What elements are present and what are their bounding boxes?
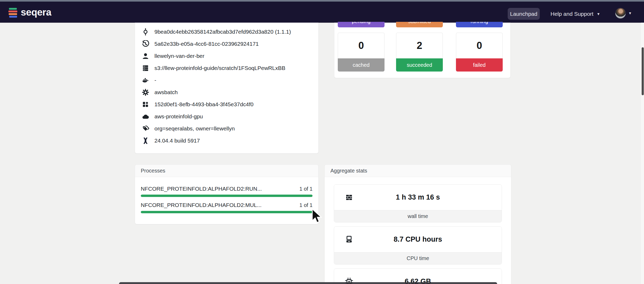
process-progress-bar [141, 195, 313, 197]
brand-name: seqera [21, 7, 51, 18]
processes-panel: Processes NFCORE_PROTEINFOLD:ALPHAFOLD2:… [135, 164, 319, 224]
process-progress-track [141, 211, 313, 213]
work-directory-value: s3://llew-proteinfold-guide/scratch/1FSo… [154, 65, 285, 71]
nextflow-icon [142, 137, 149, 144]
commit-id-value: 9bea0dc4ebb26358142afbcab3d7efd962d3a820… [154, 29, 291, 35]
launchpad-button[interactable]: Launchpad [508, 8, 540, 20]
process-name: NFCORE_PROTEINFOLD:ALPHAFOLD2:RUN... [141, 185, 262, 192]
failed-count: 0 [456, 33, 503, 58]
meta-row-commit: 9bea0dc4ebb26358142afbcab3d7efd962d3a820… [135, 26, 318, 38]
session-id-value: 5a62e33b-e05a-4cc6-81cc-023962924171 [154, 41, 259, 47]
meta-row-executor: awsbatch [135, 86, 318, 98]
process-count: 1 of 1 [299, 202, 313, 209]
labels-value: org=seqeralabs, owner=llewellyn [154, 125, 235, 132]
status-running-badge[interactable]: running [456, 22, 503, 27]
meta-row-session: 5a62e33b-e05a-4cc6-81cc-023962924171 [135, 38, 318, 50]
run-details-card: 9bea0dc4ebb26358142afbcab3d7efd962d3a820… [135, 23, 319, 154]
compute-env-id-value: 152d0ef1-8efb-4493-bba4-3f45e37dc4f0 [154, 101, 253, 108]
meta-row-compute-env-name: aws-proteinfold-gpu [135, 110, 318, 123]
wall-time-value: 1 h 33 m 16 s [396, 193, 440, 201]
memory-card: 6.62 GB [334, 268, 502, 284]
user-icon [142, 52, 149, 60]
cpu-time-value: 8.7 CPU hours [394, 235, 442, 244]
gear-icon [142, 89, 149, 96]
meta-row-container: - [135, 74, 318, 86]
chevron-down-icon: ▼ [596, 12, 600, 16]
task-status-panel: pending submitted running 0 cached 2 suc… [334, 23, 511, 78]
container-value: - [154, 77, 156, 83]
process-name: NFCORE_PROTEINFOLD:ALPHAFOLD2:MUL... [141, 202, 262, 209]
wall-icon [345, 193, 354, 202]
status-submitted-badge[interactable]: submitted [396, 22, 443, 27]
help-and-support-label: Help and Support [550, 11, 593, 17]
cached-count: 0 [338, 33, 385, 58]
nextflow-version-value: 24.04.4 build 5917 [154, 138, 200, 144]
meta-row-user: llewelyn-van-der-ber [135, 50, 318, 62]
process-progress-track [141, 195, 313, 197]
meta-row-workdir: s3://llew-proteinfold-guide/scratch/1FSo… [135, 62, 318, 74]
docker-icon [142, 77, 149, 84]
process-progress-bar [141, 211, 313, 213]
succeeded-label: succeeded [396, 58, 443, 72]
status-succeeded-card[interactable]: 2 succeeded [396, 33, 443, 72]
aggregate-stats-title: Aggregate stats [330, 168, 367, 174]
cpu-time-label: CPU time [334, 252, 502, 264]
meta-row-labels: org=seqeralabs, owner=llewellyn [135, 123, 318, 135]
cloud-icon [142, 113, 149, 120]
wall-time-label: wall time [334, 210, 502, 222]
aggregate-stats-panel: Aggregate stats 1 h 33 m 16 s wall time … [324, 164, 511, 284]
status-cached-card[interactable]: 0 cached [338, 33, 385, 72]
status-failed-card[interactable]: 0 failed [456, 33, 503, 72]
cpu-time-card: 8.7 CPU hours CPU time [334, 226, 502, 265]
computer-icon [345, 235, 354, 244]
process-row[interactable]: NFCORE_PROTEINFOLD:ALPHAFOLD2:RUN... 1 o… [141, 185, 313, 197]
app-window: seqera Launchpad Help and Support ▼ ▼ 9b… [0, 0, 644, 284]
meta-row-compute-env: 152d0ef1-8efb-4493-bba4-3f45e37dc4f0 [135, 98, 318, 110]
user-menu[interactable]: ▼ [615, 7, 632, 19]
process-count: 1 of 1 [299, 185, 313, 192]
status-pending-badge[interactable]: pending [338, 22, 385, 27]
user-avatar [615, 8, 626, 19]
help-and-support-menu[interactable]: Help and Support ▼ [550, 8, 600, 20]
server-icon [142, 64, 149, 72]
compute-env-name-value: aws-proteinfold-gpu [154, 113, 203, 120]
status-submitted-label: submitted [408, 22, 431, 27]
cached-label: cached [338, 58, 385, 72]
status-running-label: running [471, 22, 488, 27]
failed-label: failed [456, 58, 503, 72]
executor-value: awsbatch [154, 89, 178, 95]
processes-title: Processes [141, 168, 165, 174]
blocks-icon [142, 101, 149, 108]
clock-history-icon [142, 40, 149, 48]
tags-icon [142, 125, 149, 132]
scrollbar-thumb[interactable] [642, 47, 644, 95]
seqera-logo-icon [8, 7, 17, 18]
seqera-logo[interactable]: seqera [8, 6, 51, 19]
chevron-down-icon: ▼ [628, 11, 632, 15]
wall-time-card: 1 h 33 m 16 s wall time [334, 184, 502, 222]
dock-edge [119, 282, 497, 284]
succeeded-count: 2 [396, 33, 443, 58]
top-navbar: seqera Launchpad Help and Support ▼ ▼ [0, 2, 644, 23]
launch-user-value: llewelyn-van-der-ber [154, 53, 204, 59]
status-pending-label: pending [352, 22, 370, 27]
git-commit-icon [142, 28, 149, 36]
meta-row-nextflow-version: 24.04.4 build 5917 [135, 135, 318, 147]
process-row[interactable]: NFCORE_PROTEINFOLD:ALPHAFOLD2:MUL... 1 o… [141, 202, 313, 213]
aggregate-stats-header: Aggregate stats [325, 165, 511, 177]
processes-header: Processes [135, 165, 318, 177]
